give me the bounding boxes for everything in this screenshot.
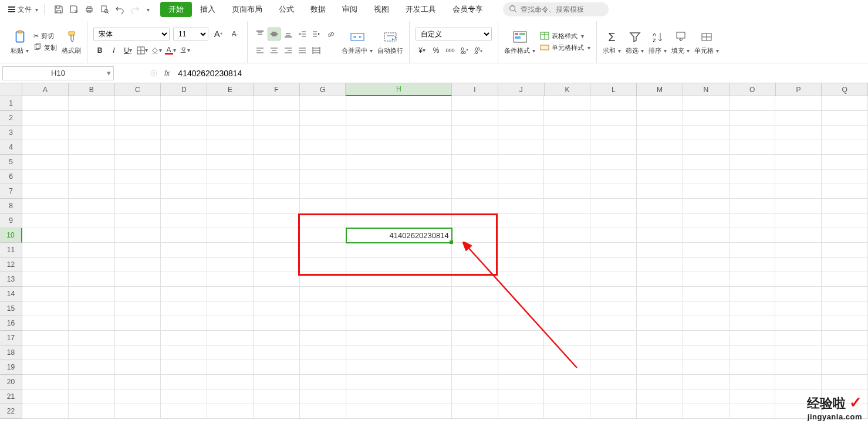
cell[interactable] (590, 155, 637, 170)
cell[interactable] (207, 360, 254, 375)
cell[interactable] (683, 345, 729, 360)
cell[interactable] (22, 301, 69, 316)
tab-start[interactable]: 开始 (160, 2, 192, 17)
cell[interactable] (115, 199, 161, 214)
cell[interactable] (822, 111, 868, 126)
row-header[interactable]: 13 (0, 272, 22, 287)
cell[interactable] (161, 214, 207, 228)
cell[interactable] (207, 243, 254, 257)
cell[interactable] (729, 345, 776, 360)
cell[interactable] (590, 404, 637, 419)
cell[interactable] (115, 272, 161, 287)
cell[interactable] (729, 140, 776, 155)
cell[interactable] (300, 404, 346, 419)
cell[interactable] (207, 228, 254, 243)
cell[interactable] (22, 316, 69, 331)
cell[interactable] (207, 287, 254, 301)
copy-button[interactable]: 复制 (33, 43, 57, 52)
cell[interactable] (207, 301, 254, 316)
cell[interactable] (729, 331, 776, 345)
cell[interactable] (115, 111, 161, 126)
cell[interactable] (822, 331, 868, 345)
cell[interactable] (115, 375, 161, 389)
cell[interactable] (822, 140, 868, 155)
cell[interactable] (544, 331, 590, 345)
cell[interactable] (161, 360, 207, 375)
cell[interactable] (115, 126, 161, 140)
cell[interactable] (207, 404, 254, 419)
print-preview-icon[interactable] (100, 5, 109, 14)
row-header[interactable]: 6 (0, 170, 22, 184)
column-header[interactable]: A (22, 83, 69, 96)
cell[interactable] (161, 287, 207, 301)
cell[interactable] (590, 389, 637, 404)
cell[interactable] (254, 199, 300, 214)
column-header[interactable]: D (161, 83, 207, 96)
cell[interactable] (683, 199, 729, 214)
cell[interactable] (161, 404, 207, 419)
cell[interactable] (69, 155, 115, 170)
fx-icon[interactable]: fx (164, 69, 170, 77)
cell[interactable] (300, 257, 346, 272)
cell[interactable] (775, 360, 822, 375)
cell[interactable] (254, 272, 300, 287)
cell[interactable] (590, 316, 637, 331)
align-right-icon[interactable] (282, 44, 295, 57)
cell[interactable] (452, 214, 498, 228)
cell[interactable] (207, 272, 254, 287)
cell[interactable] (590, 331, 637, 345)
cell[interactable] (590, 140, 637, 155)
align-top-icon[interactable] (254, 28, 266, 40)
cell[interactable] (207, 214, 254, 228)
cell[interactable] (452, 272, 498, 287)
tab-member[interactable]: 会员专享 (444, 1, 491, 18)
cell[interactable] (775, 375, 822, 389)
number-format-select[interactable]: 自定义 (416, 28, 492, 40)
cell[interactable] (452, 389, 498, 404)
cell[interactable] (544, 257, 590, 272)
save-icon[interactable] (54, 5, 63, 14)
cell[interactable] (452, 140, 498, 155)
tab-insert[interactable]: 插入 (192, 1, 224, 18)
cell[interactable] (22, 170, 69, 184)
row-header[interactable]: 21 (0, 389, 22, 404)
cell[interactable] (452, 345, 498, 360)
column-header[interactable]: C (115, 83, 161, 96)
column-header[interactable]: N (683, 83, 729, 96)
cell[interactable] (346, 96, 452, 111)
cell[interactable] (822, 272, 868, 287)
cell[interactable] (498, 404, 545, 419)
cell[interactable] (683, 404, 729, 419)
cell[interactable] (544, 287, 590, 301)
cell[interactable] (300, 155, 346, 170)
cell[interactable] (452, 199, 498, 214)
cell[interactable] (822, 345, 868, 360)
cell[interactable] (115, 404, 161, 419)
cell[interactable] (452, 360, 498, 375)
cell[interactable] (115, 389, 161, 404)
search-box[interactable] (503, 2, 609, 16)
cell[interactable] (452, 331, 498, 345)
cell[interactable] (729, 375, 776, 389)
cell[interactable] (452, 111, 498, 126)
cell[interactable] (544, 126, 590, 140)
cell[interactable] (498, 140, 545, 155)
fill-button[interactable]: 填充▾ (671, 29, 690, 55)
cell[interactable] (498, 228, 545, 243)
cell[interactable] (822, 316, 868, 331)
cell[interactable] (452, 375, 498, 389)
cell[interactable] (544, 228, 590, 243)
cell[interactable] (115, 287, 161, 301)
cell[interactable] (452, 184, 498, 199)
column-header[interactable]: O (729, 83, 776, 96)
conditional-format-button[interactable]: 条件格式▾ (504, 29, 535, 55)
cell[interactable] (69, 301, 115, 316)
cell[interactable] (161, 140, 207, 155)
cell[interactable] (822, 126, 868, 140)
cell[interactable] (207, 257, 254, 272)
cell[interactable] (346, 126, 452, 140)
cell[interactable] (822, 199, 868, 214)
cell[interactable] (729, 360, 776, 375)
cell[interactable] (683, 184, 729, 199)
align-center-icon[interactable] (268, 44, 281, 57)
